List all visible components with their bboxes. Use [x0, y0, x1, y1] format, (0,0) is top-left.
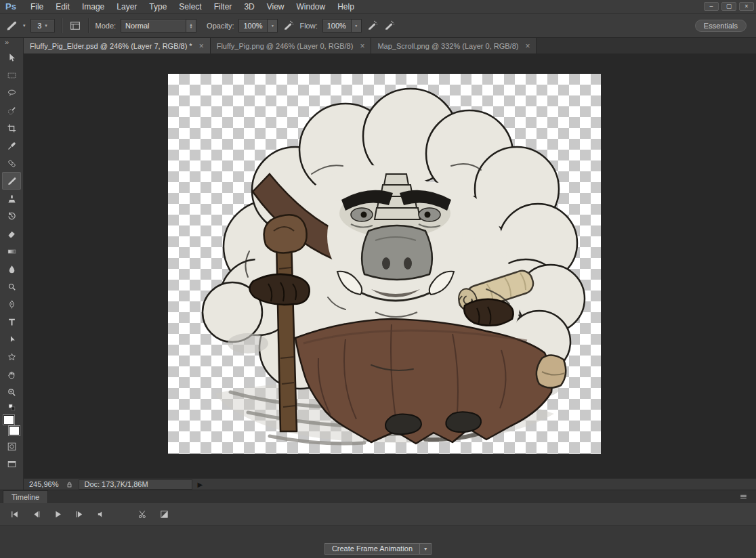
zoom-tool[interactable] — [2, 383, 21, 401]
document-size-info: Doc: 173,7K/1,86M — [79, 479, 192, 490]
airbrush-mode-icon[interactable] — [366, 20, 379, 32]
photoshop-logo: Ps — [5, 1, 16, 12]
foreground-color-swatch[interactable] — [3, 415, 14, 425]
opacity-select[interactable]: 100% ▼ — [238, 19, 278, 33]
menu-edit[interactable]: Edit — [49, 0, 76, 14]
tab-title: Fluffy_Pig_Elder.psd @ 246% (Layer 7, RG… — [30, 42, 192, 50]
previous-frame-button[interactable] — [30, 509, 42, 520]
transition-button[interactable] — [159, 509, 170, 520]
timeline-tab[interactable]: Timeline — [3, 490, 48, 503]
tools-panel: » — [0, 38, 24, 490]
tab-close-icon[interactable]: × — [525, 43, 530, 49]
document-tab-fluffy-pig-elder[interactable]: Fluffy_Pig_Elder.psd @ 246% (Layer 7, RG… — [24, 38, 211, 53]
status-bar: 245,96% Doc: 173,7K/1,86M ▶ — [24, 478, 756, 490]
minimize-button[interactable]: – — [704, 2, 719, 11]
zoom-level-field[interactable]: 245,96% — [27, 480, 60, 488]
menu-select[interactable]: Select — [173, 0, 207, 14]
create-frame-animation-button[interactable]: Create Frame Animation — [324, 543, 420, 555]
document-tab-fluffy-pig[interactable]: Fluffy_Pig.png @ 246% (Layer 0, RGB/8) × — [211, 38, 372, 53]
audio-mute-button[interactable] — [96, 509, 107, 520]
first-frame-button[interactable] — [9, 509, 20, 520]
crop-tool[interactable] — [2, 119, 21, 137]
menu-filter[interactable]: Filter — [208, 0, 238, 14]
opacity-label: Opacity: — [207, 22, 234, 30]
hand-tool[interactable] — [2, 366, 21, 383]
chevron-down-icon[interactable]: ▾ — [23, 23, 26, 28]
select-arrows-icon: ▲▼ — [186, 20, 196, 32]
menu-3d[interactable]: 3D — [238, 0, 260, 14]
close-button[interactable]: × — [739, 2, 754, 11]
create-animation-dropdown[interactable]: ▼ — [420, 543, 432, 555]
split-at-playhead-button[interactable] — [137, 509, 148, 520]
type-tool[interactable] — [2, 313, 21, 330]
custom-shape-tool[interactable] — [2, 348, 21, 366]
timeline-panel: Timeline Create Frame Animation ▼ — [0, 490, 756, 558]
eraser-tool[interactable] — [2, 225, 21, 242]
menu-bar: Ps File Edit Image Layer Type Select Fil… — [0, 0, 756, 14]
brush-presets-panel-icon[interactable] — [69, 20, 81, 32]
color-swatches[interactable] — [3, 414, 20, 436]
background-color-swatch[interactable] — [9, 426, 20, 435]
canvas-area[interactable] — [24, 53, 756, 478]
lock-icon — [65, 480, 74, 489]
clone-stamp-tool[interactable] — [2, 190, 21, 207]
blend-mode-select[interactable]: Normal ▲▼ — [121, 19, 196, 33]
tab-title: Fluffy_Pig.png @ 246% (Layer 0, RGB/8) — [217, 42, 354, 50]
dodge-tool[interactable] — [2, 278, 21, 295]
select-arrows-icon: ▼ — [267, 20, 277, 32]
pen-tool[interactable] — [2, 295, 21, 313]
tools-collapse-toggle[interactable]: » — [0, 38, 23, 49]
airbrush-opacity-pressure-icon[interactable] — [282, 20, 295, 32]
eyedropper-tool[interactable] — [2, 137, 21, 154]
window-controls: – ▢ × — [704, 2, 754, 11]
spot-healing-brush-tool[interactable] — [2, 154, 21, 172]
menu-image[interactable]: Image — [76, 0, 110, 14]
timeline-tab-row: Timeline — [0, 490, 756, 503]
quick-selection-tool[interactable] — [2, 102, 21, 119]
rectangular-marquee-tool[interactable] — [2, 66, 21, 84]
select-arrows-icon: ▼ — [351, 20, 361, 32]
divider — [62, 18, 62, 33]
history-brush-tool[interactable] — [2, 207, 21, 225]
timeline-controls — [0, 503, 756, 525]
brush-tool-icon[interactable] — [5, 20, 18, 32]
blur-tool[interactable] — [2, 260, 21, 278]
tool-options-bar: ▾ 3 ▾ Mode: Normal ▲▼ Opacity: 100% ▼ Fl… — [0, 14, 756, 38]
play-button[interactable] — [52, 509, 64, 520]
next-frame-button[interactable] — [74, 509, 85, 520]
flow-label: Flow: — [299, 22, 317, 30]
divider — [88, 18, 89, 33]
document-tab-map-scroll[interactable]: Map_Scroll.png @ 332% (Layer 0, RGB/8) × — [371, 38, 537, 53]
brush-size-pressure-icon[interactable] — [383, 20, 396, 32]
panel-menu-icon[interactable] — [739, 490, 748, 503]
brush-size-value: 3 — [37, 22, 41, 30]
gradient-tool[interactable] — [2, 242, 21, 260]
mode-label: Mode: — [96, 22, 117, 30]
tab-title: Map_Scroll.png @ 332% (Layer 0, RGB/8) — [377, 42, 518, 50]
chevron-down-icon: ▾ — [45, 23, 47, 28]
menu-help[interactable]: Help — [331, 0, 360, 14]
tab-close-icon[interactable]: × — [360, 43, 364, 49]
default-colors-icon[interactable] — [2, 401, 21, 413]
lasso-tool[interactable] — [2, 84, 21, 102]
timeline-body: Create Frame Animation ▼ — [0, 525, 756, 558]
fluffy-pig-elder-illustration — [168, 74, 601, 454]
menu-file[interactable]: File — [24, 0, 49, 14]
path-selection-tool[interactable] — [2, 330, 21, 348]
move-tool[interactable] — [2, 49, 21, 66]
brush-size-field[interactable]: 3 ▾ — [30, 19, 55, 33]
brush-tool[interactable] — [2, 172, 21, 190]
document-tab-bar: Fluffy_Pig_Elder.psd @ 246% (Layer 7, RG… — [24, 38, 756, 53]
menu-window[interactable]: Window — [291, 0, 332, 14]
quick-mask-toggle[interactable] — [2, 437, 21, 455]
menu-view[interactable]: View — [261, 0, 291, 14]
workspace-switcher-button[interactable]: Essentials — [695, 20, 747, 32]
flow-select[interactable]: 100% ▼ — [322, 19, 362, 33]
screen-mode-toggle[interactable] — [2, 455, 21, 473]
canvas-artwork[interactable] — [168, 74, 601, 454]
maximize-button[interactable]: ▢ — [721, 2, 736, 11]
tab-close-icon[interactable]: × — [199, 43, 204, 49]
status-expand-arrow-icon[interactable]: ▶ — [197, 481, 203, 488]
menu-layer[interactable]: Layer — [110, 0, 143, 14]
menu-type[interactable]: Type — [143, 0, 173, 14]
